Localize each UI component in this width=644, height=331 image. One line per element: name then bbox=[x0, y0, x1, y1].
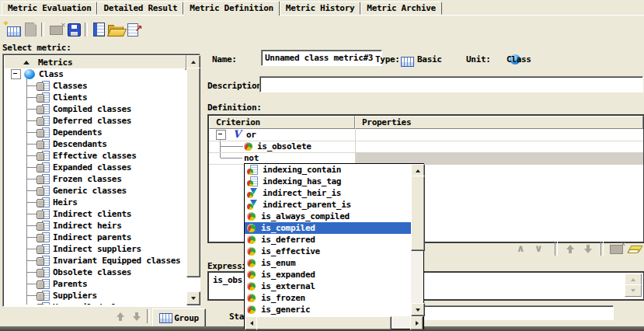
relation-pie-icon bbox=[247, 188, 258, 198]
tree-item-metric[interactable]: Classes bbox=[4, 80, 185, 92]
metric-icon bbox=[37, 279, 50, 289]
copy-metric-icon[interactable] bbox=[23, 22, 37, 37]
dropdown-vertical-scrollbar[interactable] bbox=[411, 164, 423, 316]
tree-item-metric[interactable]: Dependents bbox=[4, 127, 185, 138]
tab[interactable]: Metric Evaluation bbox=[2, 2, 97, 15]
open-metric-file-icon[interactable] bbox=[107, 23, 124, 37]
tree-item-label: Indirect parents bbox=[53, 232, 131, 242]
tree-item-metric[interactable]: Frozen classes bbox=[4, 173, 185, 185]
and-operator-icon[interactable] bbox=[517, 242, 532, 255]
separator-icon[interactable] bbox=[85, 23, 88, 37]
criterion-option-label: is_generic bbox=[261, 305, 310, 315]
criterion-option[interactable]: is_frozen bbox=[245, 292, 411, 304]
criterion-row-or[interactable]: or bbox=[209, 129, 643, 141]
erase-criterion-icon[interactable] bbox=[628, 243, 642, 254]
collapse-expander-icon[interactable] bbox=[11, 69, 21, 79]
criterion-row-is-obsolete[interactable]: is_obsolete bbox=[209, 141, 643, 153]
dropdown-horizontal-scrollbar[interactable] bbox=[245, 316, 423, 329]
new-metric-icon[interactable] bbox=[5, 22, 22, 37]
criterion-option[interactable]: is_enum bbox=[245, 257, 411, 269]
criterion-option[interactable]: is_expanded bbox=[245, 269, 411, 280]
criterion-option[interactable]: is_effective bbox=[245, 246, 411, 257]
save-metric-icon[interactable] bbox=[67, 23, 81, 37]
criterion-option[interactable]: indexing_contain bbox=[245, 164, 411, 176]
tree-item-metric[interactable]: Indirect clients bbox=[4, 208, 185, 220]
tree-item-metric[interactable]: Obsolete classes bbox=[4, 267, 185, 278]
tab-label: Metric Evaluation bbox=[8, 3, 91, 13]
metric-icon bbox=[37, 256, 50, 266]
description-input[interactable] bbox=[259, 76, 643, 92]
tree-item-metric[interactable]: Indirect parents bbox=[4, 232, 185, 243]
tree-item-metric[interactable]: Effective classes bbox=[4, 150, 185, 162]
criterion-edit-text[interactable]: not bbox=[244, 153, 259, 163]
tree-item-metric[interactable]: Expanded classes bbox=[4, 162, 185, 173]
criterion-option[interactable]: is_deferred bbox=[245, 234, 411, 246]
tree-item-metric[interactable]: Parents bbox=[4, 278, 185, 290]
scrollbar-thumb[interactable] bbox=[411, 176, 425, 251]
tree-item-metric[interactable]: Indirect heirs bbox=[4, 220, 185, 232]
tree-item-metric[interactable]: Compiled classes bbox=[4, 103, 185, 115]
move-metric-up-button[interactable] bbox=[113, 310, 127, 323]
tree-item-metric[interactable]: Indirect suppliers bbox=[4, 243, 185, 255]
tree-item-metric[interactable]: Suppliers bbox=[4, 290, 185, 301]
manage-metrics-icon[interactable] bbox=[92, 22, 106, 37]
tree-item-metric[interactable]: Uncompiled classes bbox=[4, 301, 185, 305]
metric-icon bbox=[37, 104, 50, 114]
tree-item-metric[interactable]: Descendants bbox=[4, 138, 185, 150]
scroll-down-button[interactable] bbox=[186, 291, 200, 305]
metrics-tree: Class Classes Clients Compiled classes bbox=[4, 68, 185, 305]
criterion-option[interactable]: is_external bbox=[245, 280, 411, 292]
tree-item-metric[interactable]: Clients bbox=[4, 92, 185, 103]
criterion-option[interactable]: indexing_has_tag bbox=[245, 176, 411, 187]
basic-type-icon bbox=[401, 57, 414, 67]
tab[interactable]: Metric Archive bbox=[360, 2, 442, 15]
expression-scroll-down-button[interactable] bbox=[625, 284, 642, 297]
tree-item-metric[interactable]: Invariant Equipped classes bbox=[4, 255, 185, 267]
criterion-option[interactable]: is_always_compiled bbox=[245, 211, 411, 222]
relation-pie-icon bbox=[247, 200, 258, 210]
separator-icon[interactable] bbox=[600, 242, 604, 256]
tab[interactable]: Detailed Result bbox=[97, 2, 183, 15]
export-metrics-icon[interactable] bbox=[126, 22, 141, 37]
scrollbar-thumb[interactable] bbox=[256, 316, 392, 330]
metric-toolbar bbox=[5, 19, 141, 40]
delete-metric-icon[interactable] bbox=[48, 23, 65, 37]
delete-criterion-icon[interactable] bbox=[608, 242, 625, 256]
criterion-option[interactable]: is_compiled bbox=[245, 222, 411, 234]
criterion-option-label: is_frozen bbox=[261, 293, 305, 303]
collapse-expander-icon[interactable] bbox=[216, 130, 226, 140]
metric-icon bbox=[37, 302, 50, 305]
scroll-down-button[interactable] bbox=[411, 303, 425, 316]
tree-item-metric[interactable]: Deferred classes bbox=[4, 115, 185, 127]
metrics-scrollbar[interactable] bbox=[186, 55, 199, 305]
criterion-option[interactable]: is_generic bbox=[245, 304, 411, 315]
tree-item-metric[interactable]: Generic classes bbox=[4, 185, 185, 197]
name-input[interactable] bbox=[261, 50, 382, 66]
move-up-icon[interactable] bbox=[562, 242, 578, 255]
criterion-option[interactable]: indirect_heir_is bbox=[245, 187, 411, 199]
or-operator-icon[interactable] bbox=[534, 242, 550, 255]
scroll-right-button[interactable] bbox=[410, 316, 423, 330]
criterion-option-label: indexing_contain bbox=[263, 165, 341, 175]
or-criterion-icon bbox=[232, 130, 245, 140]
tree-item-label: Deferred classes bbox=[53, 116, 131, 126]
criterion-option[interactable]: indirect_parent_is bbox=[245, 199, 411, 211]
criterion-option-label: is_enum bbox=[261, 258, 295, 268]
separator-icon bbox=[147, 309, 150, 323]
criterion-column-header[interactable]: Criterion bbox=[209, 116, 355, 129]
tree-item-metric[interactable]: Heirs bbox=[4, 197, 185, 208]
move-down-icon[interactable] bbox=[580, 242, 596, 255]
metric-icon bbox=[37, 151, 50, 161]
scrollbar-thumb[interactable] bbox=[186, 68, 200, 277]
tree-item-class-unit[interactable]: Class bbox=[4, 68, 185, 80]
tree-item-label: Parents bbox=[53, 279, 87, 289]
tab[interactable]: Metric Definition bbox=[183, 1, 279, 16]
metric-icon bbox=[37, 81, 50, 91]
separator-icon[interactable] bbox=[555, 242, 558, 256]
tab[interactable]: Metric History bbox=[280, 2, 361, 15]
move-metric-down-button[interactable] bbox=[130, 310, 143, 323]
group-button[interactable]: Group bbox=[152, 308, 206, 328]
tree-item-label: Obsolete classes bbox=[53, 267, 131, 277]
separator-icon[interactable] bbox=[41, 23, 44, 37]
properties-column-header[interactable]: Properties bbox=[355, 116, 643, 129]
